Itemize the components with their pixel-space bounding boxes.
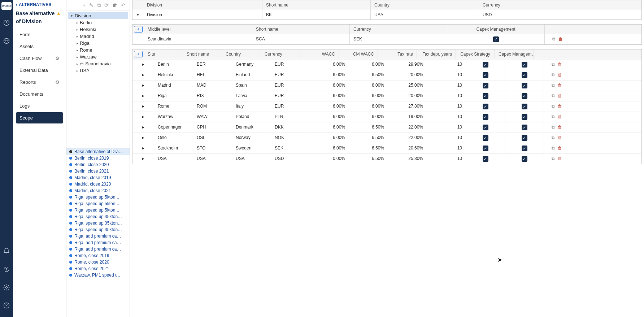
expand-toggle[interactable]: ▸ (132, 154, 154, 164)
expand-toggle[interactable]: ▸ (132, 143, 154, 153)
bell-icon[interactable] (0, 245, 13, 258)
alternative-item[interactable]: Warzaw, PM1 speed u… (66, 272, 130, 278)
refresh-currency-icon[interactable] (0, 263, 13, 276)
alternative-item[interactable]: Madrid, close 2019 (66, 174, 130, 181)
site-row[interactable]: ▸WarzawWAWPolandPLN6.00%6.00%19.00%10✓✓⧉… (132, 112, 641, 122)
alternative-item[interactable]: Rome, close 2020 (66, 259, 130, 265)
alternative-item[interactable]: Berlin, close 2019 (66, 155, 130, 161)
delete-row-icon[interactable]: 🗑 (558, 93, 562, 99)
middle-row[interactable]: Scandinavia SCA SEK ✓ ⧉🗑 (132, 34, 642, 45)
copy-row-icon[interactable]: ⧉ (552, 72, 555, 78)
back-link[interactable]: ‹ALTERNATIVES (16, 2, 63, 7)
copy-row-icon[interactable]: ⧉ (552, 114, 555, 120)
tree-node-madrid[interactable]: ▸Madrid (68, 33, 128, 40)
site-row[interactable]: ▸StockholmSTOSwedenSEK6.00%6.50%20.60%10… (132, 143, 641, 153)
copy-row-icon[interactable]: ⧉ (552, 36, 556, 42)
expand-toggle[interactable]: ▸ (132, 91, 154, 101)
alternative-item[interactable]: Riga, speed up 35kton… (66, 213, 130, 220)
alternative-item[interactable]: Riga, speed up 35kton… (66, 220, 130, 226)
expand-toggle[interactable]: ▸ (132, 101, 154, 112)
tree-node-berlin[interactable]: ▸Berlin (68, 19, 128, 26)
delete-row-icon[interactable]: 🗑 (558, 104, 562, 109)
site-row[interactable]: ▸RigaRIXLatviaEUR6.00%6.00%20.00%10✓✓⧉🗑 (132, 91, 641, 101)
add-site-button[interactable]: + (134, 51, 143, 57)
delete-row-icon[interactable]: 🗑 (558, 72, 562, 78)
alternative-item[interactable]: Base alternative of Divi… (66, 148, 130, 155)
tree-node-rome[interactable]: ▸Rome (68, 47, 128, 53)
add-middle-button[interactable]: + (134, 26, 143, 32)
delete-row-icon[interactable]: 🗑 (558, 125, 562, 130)
alternative-item[interactable]: Riga, speed up 35kton… (66, 226, 130, 233)
nav-item-scope[interactable]: Scope (16, 112, 63, 123)
alternative-item[interactable]: Riga, add premium ca… (66, 239, 130, 246)
app-logo[interactable]: weissr (1, 2, 12, 10)
nav-item-form[interactable]: Form (16, 29, 63, 40)
settings-icon[interactable] (0, 281, 13, 294)
alternative-item[interactable]: Madrid, close 2020 (66, 181, 130, 187)
copy-row-icon[interactable]: ⧉ (552, 156, 555, 162)
expand-toggle[interactable]: ▾ (132, 10, 143, 19)
globe-icon[interactable] (0, 34, 13, 47)
tree-node-usa[interactable]: ▸USA (68, 67, 128, 74)
delete-row-icon[interactable]: 🗑 (558, 156, 562, 162)
delete-row-icon[interactable]: 🗑 (558, 62, 562, 68)
division-row[interactable]: ▾ Division BK USA USD (132, 10, 642, 20)
gear-icon[interactable]: ⚙ (55, 56, 60, 61)
delete-icon[interactable]: 🗑 (112, 2, 117, 8)
nav-item-assets[interactable]: Assets (16, 41, 63, 52)
tree-node-scandinavia[interactable]: ▸🗀Scandinavia (68, 60, 128, 67)
alternative-item[interactable]: Riga, speed up 5kton … (66, 200, 130, 207)
delete-row-icon[interactable]: 🗑 (558, 146, 562, 151)
expand-toggle[interactable]: ▸ (132, 70, 154, 80)
expand-toggle[interactable]: ▸ (132, 112, 154, 122)
delete-row-icon[interactable]: 🗑 (558, 36, 563, 42)
alternative-item[interactable]: Riga, speed up 5kton … (66, 194, 130, 200)
add-icon[interactable]: + (83, 2, 86, 8)
alternative-item[interactable]: Rome, close 2021 (66, 265, 130, 272)
nav-item-reports[interactable]: Reports⚙ (16, 77, 63, 88)
expand-toggle[interactable]: ▸ (132, 122, 154, 133)
tree-node-helsinki[interactable]: ▸Helsinki (68, 26, 128, 33)
copy-row-icon[interactable]: ⧉ (552, 135, 555, 141)
alternative-item[interactable]: Berlin, close 2021 (66, 168, 130, 174)
nav-item-external-data[interactable]: External Data (16, 65, 63, 76)
alternative-item[interactable]: Riga, add premium ca… (66, 233, 130, 239)
alternative-item[interactable]: Rome, close 2019 (66, 252, 130, 259)
tree-root[interactable]: ▼Division (68, 12, 128, 19)
expand-toggle[interactable]: ▸ (132, 133, 154, 143)
copy-row-icon[interactable]: ⧉ (552, 146, 555, 151)
alternative-item[interactable]: Riga, add premium ca… (66, 246, 130, 252)
tree-node-riga[interactable]: ▸Riga (68, 40, 128, 47)
nav-item-logs[interactable]: Logs (16, 100, 63, 112)
site-row[interactable]: ▸RomeROMItalyEUR6.00%6.00%27.80%10✓✓⧉🗑 (132, 101, 641, 112)
help-icon[interactable] (0, 299, 13, 312)
copy-icon[interactable]: ⧉ (97, 2, 101, 8)
nav-item-documents[interactable]: Documents (16, 88, 63, 100)
tree-node-warzaw[interactable]: ▸Warzaw (68, 53, 128, 60)
copy-row-icon[interactable]: ⧉ (552, 125, 555, 130)
refresh-icon[interactable]: ⟳ (104, 2, 109, 8)
expand-toggle[interactable]: ▸ (132, 60, 154, 70)
alternative-item[interactable]: Madrid, close 2021 (66, 187, 130, 194)
site-row[interactable]: ▸USAUSAUSAUSD0.00%6.50%25.80%10✓✓⧉🗑 (132, 153, 641, 164)
edit-icon[interactable]: ✎ (89, 2, 93, 8)
delete-row-icon[interactable]: 🗑 (558, 83, 562, 88)
site-row[interactable]: ▸HelsinkiHELFinlandEUR6.00%6.50%20.00%10… (132, 70, 641, 80)
alternative-item[interactable]: Riga, speed up 5kton … (66, 207, 130, 213)
delete-row-icon[interactable]: 🗑 (558, 114, 562, 120)
gear-icon[interactable]: ⚙ (55, 79, 60, 85)
clock-icon[interactable] (0, 16, 13, 29)
site-row[interactable]: ▸OsloOSLNorwayNOK6.00%6.50%22.00%10✓✓⧉🗑 (132, 133, 641, 143)
site-row[interactable]: ▸CopenhagenCPHDenmarkDKK6.00%6.50%22.00%… (132, 122, 641, 133)
alternative-item[interactable]: Berlin, close 2020 (66, 161, 130, 168)
site-row[interactable]: ▸MadridMADSpainEUR6.00%6.00%25.00%10✓✓⧉🗑 (132, 80, 641, 91)
site-row[interactable]: ▸BerlinBERGermanyEUR6.00%6.00%29.90%10✓✓… (132, 59, 641, 70)
copy-row-icon[interactable]: ⧉ (552, 93, 555, 99)
delete-row-icon[interactable]: 🗑 (558, 135, 562, 141)
copy-row-icon[interactable]: ⧉ (552, 83, 555, 88)
undo-icon[interactable]: ↶ (121, 2, 125, 8)
expand-toggle[interactable]: ▸ (132, 81, 154, 91)
copy-row-icon[interactable]: ⧉ (552, 104, 555, 109)
copy-row-icon[interactable]: ⧉ (552, 62, 555, 68)
nav-item-cash-flow[interactable]: Cash Flow⚙ (16, 53, 63, 64)
